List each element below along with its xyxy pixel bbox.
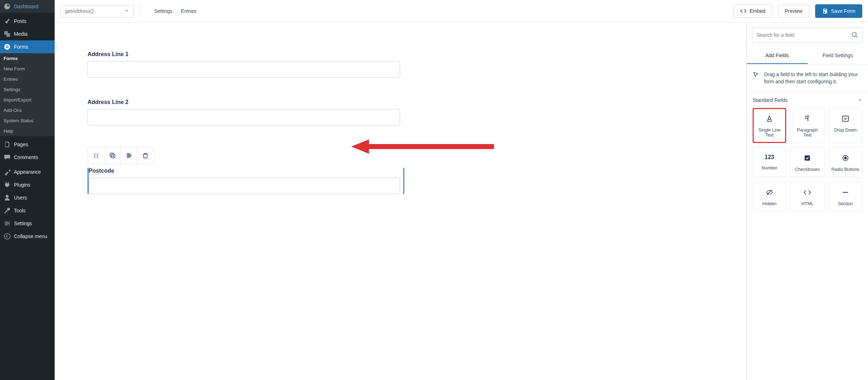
- settings-button[interactable]: [121, 147, 137, 164]
- field-type-section[interactable]: Section: [829, 182, 862, 212]
- submenu-item-entries[interactable]: Entries: [0, 74, 55, 84]
- save-label: Save Form: [831, 8, 855, 14]
- svg-point-4: [4, 233, 10, 239]
- submenu-item-import-export[interactable]: Import/Export: [0, 95, 55, 105]
- sidebar-item-settings[interactable]: Settings: [0, 217, 55, 230]
- dropdown-icon: [842, 115, 849, 123]
- panel-hint-text: Drag a field to the left to start buildi…: [764, 71, 862, 85]
- field-label: Address Line 1: [88, 51, 400, 58]
- submenu-item-help[interactable]: Help: [0, 126, 55, 136]
- main-area: getAddress() Settings Entries Embed Prev…: [55, 0, 868, 380]
- field-label: Address Line 2: [88, 99, 400, 105]
- field-card-label: Paragraph Text: [793, 128, 822, 138]
- delete-button[interactable]: [137, 147, 154, 164]
- field-type-drop-down[interactable]: Drop Down: [829, 108, 862, 143]
- sidebar-item-plugins[interactable]: Plugins: [0, 178, 55, 191]
- field-address-line-2[interactable]: Address Line 2: [88, 99, 400, 125]
- forms-submenu: Forms New Form Entries Settings Import/E…: [0, 53, 55, 136]
- field-input[interactable]: [88, 61, 400, 78]
- svg-rect-18: [805, 155, 810, 161]
- field-type-radio-buttons[interactable]: Radio Buttons: [829, 147, 862, 177]
- section-title: Standard Fields: [753, 97, 788, 103]
- forms-icon: [4, 43, 11, 50]
- svg-point-1: [9, 222, 10, 223]
- field-input[interactable]: [88, 109, 400, 125]
- sidebar-item-media[interactable]: Media: [0, 28, 55, 40]
- field-card-label: HTML: [801, 201, 813, 206]
- sidebar-item-appearance[interactable]: Appearance: [0, 166, 55, 178]
- field-address-line-1[interactable]: Address Line 1: [88, 51, 400, 78]
- sidebar-item-forms[interactable]: Forms: [0, 40, 55, 53]
- hidden-icon: [765, 188, 773, 196]
- save-form-button[interactable]: Save Form: [815, 4, 862, 18]
- sidebar-item-users[interactable]: Users: [0, 191, 55, 204]
- sidebar-item-tools[interactable]: Tools: [0, 204, 55, 217]
- svg-point-7: [94, 157, 95, 158]
- field-label: Postcode: [89, 168, 400, 174]
- cursor-icon: [753, 71, 759, 78]
- sidebar-item-collapse[interactable]: Collapse menu: [0, 230, 55, 243]
- search-input[interactable]: [757, 32, 848, 38]
- form-switcher[interactable]: getAddress(): [60, 5, 134, 18]
- duplicate-button[interactable]: [104, 147, 121, 164]
- submenu-item-system-status[interactable]: System Status: [0, 115, 55, 126]
- field-type-number[interactable]: 123 Number: [753, 147, 786, 177]
- tab-add-fields[interactable]: Add Fields: [747, 48, 808, 64]
- field-type-html[interactable]: HTML: [790, 182, 824, 212]
- field-card-label: Checkboxes: [795, 167, 820, 172]
- field-type-checkboxes[interactable]: Checkboxes: [790, 147, 824, 177]
- appearance-icon: [4, 168, 11, 176]
- form-canvas[interactable]: Address Line 1 Address Line 2: [55, 23, 747, 380]
- radio-icon: [842, 154, 849, 162]
- field-type-single-line-text[interactable]: Single Line Text: [753, 108, 786, 143]
- sidebar-item-label: Tools: [14, 208, 26, 213]
- html-icon: [803, 188, 811, 196]
- panel-hint: Drag a field to the left to start buildi…: [747, 64, 868, 92]
- sidebar-item-label: Forms: [14, 44, 28, 50]
- section-standard-fields[interactable]: Standard Fields: [747, 92, 868, 108]
- svg-point-20: [844, 157, 847, 159]
- chevron-down-icon: [124, 8, 129, 14]
- field-panel: Add Fields Field Settings Drag a field t…: [747, 23, 868, 380]
- sidebar-item-pages[interactable]: Pages: [0, 138, 55, 151]
- field-input[interactable]: [89, 178, 400, 194]
- submenu-item-forms[interactable]: Forms: [0, 53, 55, 64]
- number-icon: 123: [765, 154, 774, 161]
- field-postcode-wrapper[interactable]: Postcode: [88, 147, 400, 194]
- sidebar-item-label: Comments: [14, 154, 38, 160]
- svg-point-6: [94, 155, 95, 156]
- sidebar-item-comments[interactable]: Comments: [0, 151, 55, 164]
- svg-point-0: [4, 44, 10, 50]
- search-icon: [851, 31, 858, 39]
- svg-point-3: [9, 224, 10, 226]
- code-icon: [740, 8, 747, 14]
- svg-point-13: [127, 153, 128, 154]
- field-type-hidden[interactable]: Hidden: [753, 182, 786, 212]
- topbar-link-settings[interactable]: Settings: [154, 8, 173, 14]
- topbar-link-entries[interactable]: Entries: [181, 8, 197, 14]
- svg-point-5: [94, 153, 95, 154]
- drag-handle[interactable]: [88, 147, 104, 164]
- sidebar-item-label: Media: [14, 31, 28, 37]
- svg-point-8: [97, 153, 98, 154]
- users-icon: [4, 194, 11, 201]
- preview-button[interactable]: Preview: [778, 5, 809, 18]
- submenu-item-addons[interactable]: Add-Ons: [0, 105, 55, 115]
- sidebar-item-posts[interactable]: Posts: [0, 15, 55, 28]
- sidebar-item-dashboard[interactable]: Dashboard: [0, 0, 55, 13]
- svg-point-16: [852, 33, 857, 37]
- submenu-item-new-form[interactable]: New Form: [0, 64, 55, 74]
- field-card-label: Single Line Text: [755, 128, 784, 138]
- tools-icon: [4, 207, 11, 214]
- sidebar-item-label: Dashboard: [14, 4, 39, 9]
- pages-icon: [4, 141, 11, 148]
- svg-point-15: [127, 157, 128, 158]
- field-card-label: Section: [838, 201, 853, 206]
- submenu-item-settings[interactable]: Settings: [0, 84, 55, 95]
- field-type-paragraph-text[interactable]: Paragraph Text: [790, 108, 824, 143]
- text-icon: [765, 115, 773, 123]
- field-search[interactable]: [752, 28, 863, 43]
- tab-field-settings[interactable]: Field Settings: [808, 48, 868, 64]
- embed-button[interactable]: Embed: [733, 4, 772, 18]
- sidebar-item-label: Pages: [14, 142, 28, 147]
